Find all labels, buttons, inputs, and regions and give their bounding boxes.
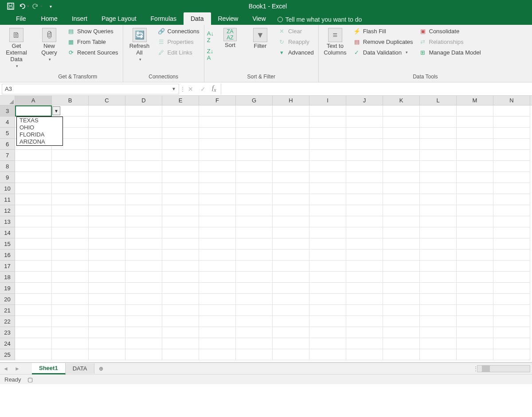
cell-L3[interactable]: [420, 105, 457, 117]
cell-M8[interactable]: [457, 161, 493, 172]
column-header-C[interactable]: C: [89, 96, 125, 105]
cell-N7[interactable]: [493, 150, 530, 161]
cell-B13[interactable]: [52, 216, 89, 227]
cell-N9[interactable]: [493, 172, 530, 183]
cell-A18[interactable]: [15, 272, 52, 283]
cell-L19[interactable]: [420, 283, 457, 294]
cell-D18[interactable]: [125, 272, 162, 283]
cell-M4[interactable]: [457, 117, 493, 128]
cell-A7[interactable]: [15, 150, 52, 161]
cell-D25[interactable]: [125, 349, 162, 360]
cell-B9[interactable]: [52, 172, 89, 183]
cell-G13[interactable]: [236, 216, 273, 227]
flash-fill-button[interactable]: ⚡Flash Fill: [352, 27, 415, 35]
dv-option-ohio[interactable]: OHIO: [17, 124, 63, 131]
cell-A25[interactable]: [15, 349, 52, 360]
cell-D15[interactable]: [125, 238, 162, 249]
cell-C8[interactable]: [89, 161, 125, 172]
cell-E25[interactable]: [162, 349, 199, 360]
cell-I25[interactable]: [309, 349, 346, 360]
row-header-10[interactable]: 10: [0, 183, 15, 194]
cell-J3[interactable]: [346, 105, 383, 117]
cell-J18[interactable]: [346, 272, 383, 283]
cell-M23[interactable]: [457, 327, 493, 338]
cell-K7[interactable]: [383, 150, 420, 161]
cell-I5[interactable]: [309, 128, 346, 139]
cell-H12[interactable]: [273, 205, 309, 216]
cell-H24[interactable]: [273, 338, 309, 349]
cell-D8[interactable]: [125, 161, 162, 172]
cell-A13[interactable]: [15, 216, 52, 227]
cell-H6[interactable]: [273, 139, 309, 150]
row-header-9[interactable]: 9: [0, 172, 15, 183]
cell-L17[interactable]: [420, 261, 457, 272]
cell-L20[interactable]: [420, 294, 457, 305]
row-header-22[interactable]: 22: [0, 316, 15, 327]
cell-N17[interactable]: [493, 261, 530, 272]
cell-E10[interactable]: [162, 183, 199, 194]
tab-data[interactable]: Data: [184, 12, 211, 25]
cell-M18[interactable]: [457, 272, 493, 283]
cell-B19[interactable]: [52, 283, 89, 294]
cell-E13[interactable]: [162, 216, 199, 227]
cell-G22[interactable]: [236, 316, 273, 327]
cell-B7[interactable]: [52, 150, 89, 161]
cell-E8[interactable]: [162, 161, 199, 172]
cell-M3[interactable]: [457, 105, 493, 117]
cell-L22[interactable]: [420, 316, 457, 327]
cell-F14[interactable]: [199, 227, 236, 238]
cell-D12[interactable]: [125, 205, 162, 216]
cell-B21[interactable]: [52, 305, 89, 316]
column-header-K[interactable]: K: [383, 96, 420, 105]
cell-B16[interactable]: [52, 249, 89, 261]
cell-G7[interactable]: [236, 150, 273, 161]
cell-B14[interactable]: [52, 227, 89, 238]
dv-option-arizona[interactable]: ARIZONA: [17, 138, 63, 145]
cell-B12[interactable]: [52, 205, 89, 216]
cell-J22[interactable]: [346, 316, 383, 327]
cell-N18[interactable]: [493, 272, 530, 283]
add-sheet-icon[interactable]: ⊕: [94, 366, 108, 372]
cell-E6[interactable]: [162, 139, 199, 150]
cell-J15[interactable]: [346, 238, 383, 249]
cell-I8[interactable]: [309, 161, 346, 172]
cell-G5[interactable]: [236, 128, 273, 139]
cell-L23[interactable]: [420, 327, 457, 338]
column-header-G[interactable]: G: [236, 96, 273, 105]
cell-D20[interactable]: [125, 294, 162, 305]
cell-M16[interactable]: [457, 249, 493, 261]
dv-option-florida[interactable]: FLORIDA: [17, 131, 63, 138]
row-header-11[interactable]: 11: [0, 194, 15, 205]
row-header-20[interactable]: 20: [0, 294, 15, 305]
cell-E4[interactable]: [162, 117, 199, 128]
cell-N19[interactable]: [493, 283, 530, 294]
cell-L13[interactable]: [420, 216, 457, 227]
cell-K25[interactable]: [383, 349, 420, 360]
cell-F4[interactable]: [199, 117, 236, 128]
cell-D24[interactable]: [125, 338, 162, 349]
row-header-14[interactable]: 14: [0, 227, 15, 238]
cell-F11[interactable]: [199, 194, 236, 205]
cell-B20[interactable]: [52, 294, 89, 305]
cell-K5[interactable]: [383, 128, 420, 139]
cell-C24[interactable]: [89, 338, 125, 349]
cell-N3[interactable]: [493, 105, 530, 117]
cell-N8[interactable]: [493, 161, 530, 172]
cell-J4[interactable]: [346, 117, 383, 128]
cell-J20[interactable]: [346, 294, 383, 305]
cell-H18[interactable]: [273, 272, 309, 283]
cell-J14[interactable]: [346, 227, 383, 238]
sort-button[interactable]: ZAAZ Sort: [216, 27, 244, 50]
manage-data-model-button[interactable]: ⊞Manage Data Model: [418, 48, 483, 57]
cell-E14[interactable]: [162, 227, 199, 238]
cell-N21[interactable]: [493, 305, 530, 316]
cell-I21[interactable]: [309, 305, 346, 316]
cell-C7[interactable]: [89, 150, 125, 161]
cell-E15[interactable]: [162, 238, 199, 249]
cell-B24[interactable]: [52, 338, 89, 349]
cell-D10[interactable]: [125, 183, 162, 194]
formula-input[interactable]: [221, 84, 532, 94]
cell-G18[interactable]: [236, 272, 273, 283]
cell-C11[interactable]: [89, 194, 125, 205]
cell-N10[interactable]: [493, 183, 530, 194]
